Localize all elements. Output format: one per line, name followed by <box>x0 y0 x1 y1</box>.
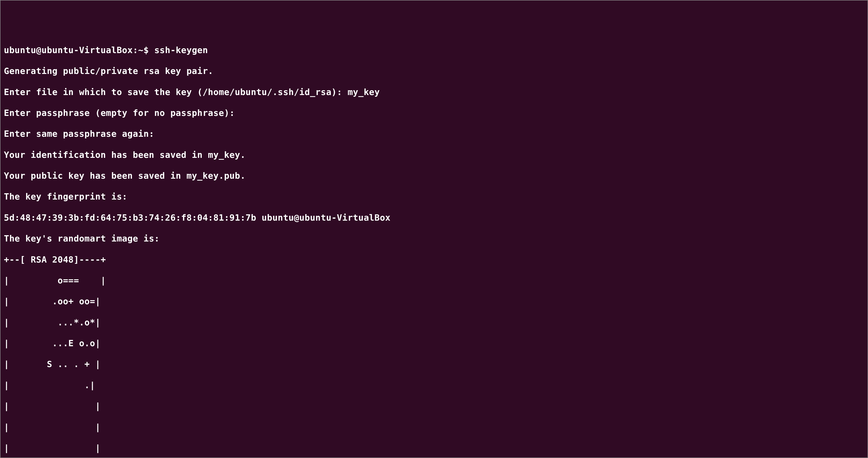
output-id-saved: Your identification has been saved in my… <box>4 150 864 160</box>
prompt-user-host: ubuntu@ubuntu-VirtualBox <box>4 45 133 55</box>
output-enter-passphrase-again: Enter same passphrase again: <box>4 128 864 139</box>
output-enter-file-line: Enter file in which to save the key (/ho… <box>4 87 864 97</box>
randomart-line-5: | S .. . + | <box>4 359 864 369</box>
randomart-line-8: | | <box>4 422 864 432</box>
randomart-line-3: | ...*.o*| <box>4 317 864 327</box>
output-enter-file-input: my_key <box>347 87 380 97</box>
randomart-line-2: | .oo+ oo=| <box>4 296 864 307</box>
output-fingerprint-value: 5d:48:47:39:3b:fd:64:75:b3:74:26:f8:04:8… <box>4 212 864 223</box>
output-pub-saved: Your public key has been saved in my_key… <box>4 170 864 181</box>
randomart-line-9: | | <box>4 443 864 453</box>
output-enter-file-prompt: Enter file in which to save the key (/ho… <box>4 87 347 97</box>
output-fingerprint-label: The key fingerprint is: <box>4 191 864 202</box>
output-randomart-label: The key's randomart image is: <box>4 233 864 244</box>
randomart-line-7: | | <box>4 401 864 411</box>
output-generating: Generating public/private rsa key pair. <box>4 66 864 76</box>
prompt-cwd: ~ <box>138 45 144 55</box>
randomart-line-1: | o=== | <box>4 275 864 286</box>
randomart-line-4: | ...E o.o| <box>4 338 864 348</box>
randomart-line-0: +--[ RSA 2048]----+ <box>4 254 864 265</box>
randomart-line-6: | .| <box>4 380 864 390</box>
output-enter-passphrase: Enter passphrase (empty for no passphras… <box>4 108 864 118</box>
prompt-separator: : <box>133 45 138 55</box>
prompt-symbol: $ <box>144 45 149 55</box>
prompt-line[interactable]: ubuntu@ubuntu-VirtualBox:~$ ssh-keygen <box>4 45 864 55</box>
command-text: ssh-keygen <box>154 45 208 55</box>
